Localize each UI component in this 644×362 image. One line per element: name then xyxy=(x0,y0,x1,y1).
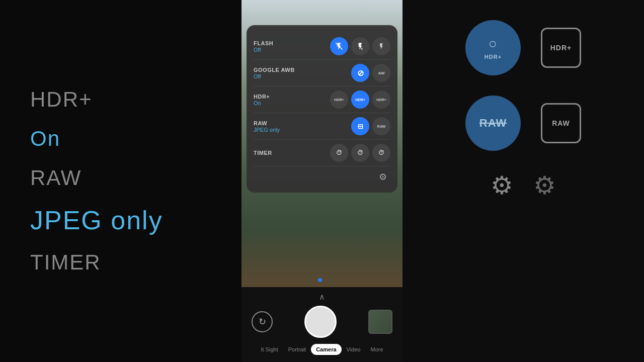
timer-3-symbol: ⏱ xyxy=(357,149,363,156)
shutter-button[interactable] xyxy=(304,306,337,338)
tab-video[interactable]: Video xyxy=(342,344,366,355)
background-left-overlay: HDR+ On RAW JPEG only TIMER xyxy=(0,0,242,362)
hdr-active-icon: ○ HDR+ xyxy=(465,20,521,75)
gear-icon: ⚙ xyxy=(379,171,387,183)
awb-value: Off xyxy=(254,73,295,79)
raw-square-icon: RAW xyxy=(541,103,581,143)
awb-label-group: GOOGLE AWB Off xyxy=(254,67,295,79)
hdr-on-btn[interactable]: HDR+ xyxy=(351,90,369,109)
hdr-on-symbol: HDR+ xyxy=(355,98,365,102)
raw-label-group: RAW JPEG only xyxy=(254,120,280,133)
viewfinder: FLASH Off A xyxy=(242,0,403,287)
hdr-ext-symbol: HDR+ xyxy=(376,98,386,102)
flash-on-icon xyxy=(378,43,385,50)
svg-text:A: A xyxy=(361,47,363,50)
flash-auto-icon: A xyxy=(356,42,364,50)
bg-on-label: On xyxy=(30,127,211,151)
timer-10s-btn[interactable]: ⏱ xyxy=(372,144,390,162)
raw-square-label: RAW xyxy=(552,119,570,127)
awb-auto-symbol: AW xyxy=(378,71,385,75)
settings-gear-row: ⚙ xyxy=(254,166,390,185)
settings-gear-btn[interactable]: ⚙ xyxy=(375,169,390,185)
flash-label: FLASH xyxy=(254,40,273,46)
bg-jpeg-label: JPEG only xyxy=(30,205,211,235)
bg-raw-label: RAW xyxy=(30,166,211,190)
mode-switch-icon: ↻ xyxy=(259,316,266,327)
hdr-off-symbol: HDR+ xyxy=(334,98,344,102)
hdr-circle-label: HDR+ xyxy=(485,54,502,60)
mode-switch-button[interactable]: ↻ xyxy=(252,311,273,332)
gear-icons-row: ⚙ ⚙ xyxy=(491,171,556,200)
gallery-thumbnail[interactable] xyxy=(368,310,392,334)
awb-off-btn[interactable]: ⊘ xyxy=(351,64,369,82)
hdr-label: HDR+ xyxy=(254,94,270,100)
flash-on-btn[interactable] xyxy=(372,37,390,55)
timer-label: TIMER xyxy=(254,150,272,156)
hdr-label-group: HDR+ On xyxy=(254,94,270,106)
bg-hdr-label: HDR+ xyxy=(30,87,211,112)
gear-icon-right: ⚙ xyxy=(491,171,513,200)
raw-off-symbol: ⊡ xyxy=(358,123,363,130)
timer-label-group: TIMER xyxy=(254,150,272,156)
mode-tabs: It Sight Portrait Camera Video More xyxy=(242,342,403,359)
hdr-square-icon: HDR+ xyxy=(541,28,581,68)
tab-it-sight[interactable]: It Sight xyxy=(256,344,283,355)
hdr-value: On xyxy=(254,100,270,106)
flash-off-btn[interactable] xyxy=(330,37,348,55)
flash-auto-btn[interactable]: A xyxy=(351,37,369,55)
tab-camera[interactable]: Camera xyxy=(311,344,341,355)
raw-off-btn[interactable]: ⊡ xyxy=(351,117,369,135)
awb-setting-row: GOOGLE AWB Off ⊘ AW xyxy=(254,60,390,86)
awb-label: GOOGLE AWB xyxy=(254,67,295,73)
background-right-overlay: ○ HDR+ HDR+ RAW RAW ⚙ ⚙ xyxy=(403,0,644,362)
flash-setting-row: FLASH Off A xyxy=(254,33,390,60)
awb-auto-btn[interactable]: AW xyxy=(372,64,390,82)
hdr-off-btn[interactable]: HDR+ xyxy=(330,90,348,109)
hdr-ext-btn[interactable]: HDR+ xyxy=(372,90,390,109)
flash-label-group: FLASH Off xyxy=(254,40,273,53)
tab-portrait[interactable]: Portrait xyxy=(283,344,311,355)
hdr-options: HDR+ HDR+ HDR+ xyxy=(330,90,390,109)
raw-active-icon: RAW xyxy=(465,96,521,151)
timer-setting-row: TIMER ⏱ ⏱ ⏱ xyxy=(254,140,390,166)
timer-3s-btn[interactable]: ⏱ xyxy=(351,144,369,162)
raw-circle-symbol: RAW xyxy=(479,117,507,130)
timer-off-btn[interactable]: ⏱ xyxy=(330,144,348,162)
bg-timer-label: TIMER xyxy=(30,250,211,275)
hdr-square-label: HDR+ xyxy=(550,44,572,52)
awb-off-symbol: ⊘ xyxy=(357,68,364,78)
awb-options: ⊘ AW xyxy=(351,64,390,82)
hdr-icons-row: ○ HDR+ HDR+ xyxy=(465,20,581,75)
raw-options: ⊡ RAW xyxy=(351,117,390,135)
raw-icons-row: RAW RAW xyxy=(465,96,581,151)
raw-on-symbol: RAW xyxy=(377,125,385,128)
flash-off-icon xyxy=(335,42,343,50)
hdr-setting-row: HDR+ On HDR+ HDR+ HDR+ xyxy=(254,86,390,113)
gear-icon-right2: ⚙ xyxy=(533,171,556,200)
settings-panel: FLASH Off A xyxy=(247,25,397,193)
scroll-indicator xyxy=(318,278,322,282)
timer-off-symbol: ⏱ xyxy=(336,149,342,156)
raw-on-btn[interactable]: RAW xyxy=(372,117,390,135)
chevron-up-btn[interactable]: ∧ xyxy=(319,292,325,302)
raw-label: RAW xyxy=(254,120,280,126)
camera-app: FLASH Off A xyxy=(242,0,403,362)
raw-value: JPEG only xyxy=(254,127,280,133)
hdr-circle-symbol: ○ xyxy=(489,36,498,52)
tab-more[interactable]: More xyxy=(365,344,388,355)
flash-options: A xyxy=(330,37,390,55)
bottom-controls: ∧ ↻ It Sight Portrait Camera Video More xyxy=(242,287,403,362)
shutter-row: ↻ xyxy=(242,306,403,338)
timer-options: ⏱ ⏱ ⏱ xyxy=(330,144,390,162)
raw-setting-row: RAW JPEG only ⊡ RAW xyxy=(254,113,390,140)
flash-value: Off xyxy=(254,47,273,53)
timer-10-symbol: ⏱ xyxy=(378,149,384,156)
